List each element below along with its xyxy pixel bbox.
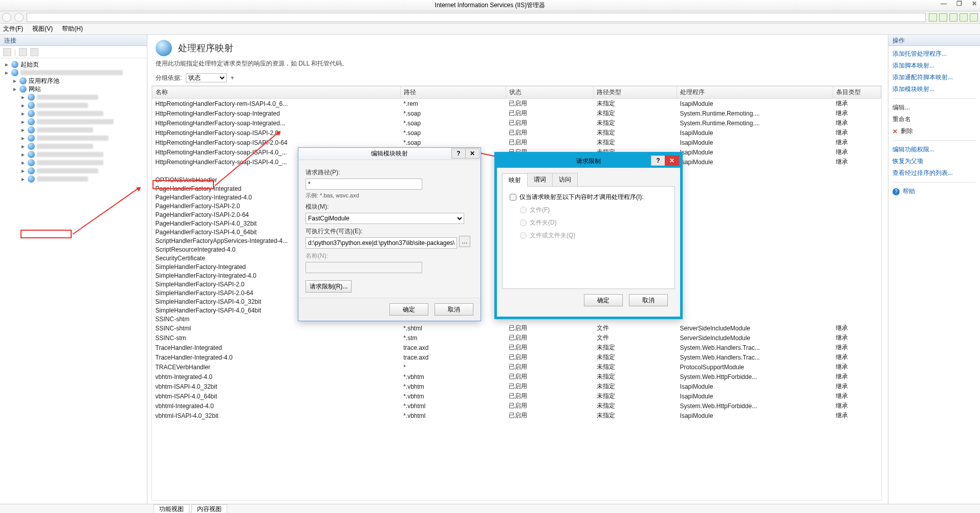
group-by-select[interactable]: 状态 — [186, 73, 227, 82]
dialog2-close-button[interactable]: ✕ — [665, 155, 679, 166]
menu-file[interactable]: 文件(F) — [3, 25, 23, 33]
action-revert[interactable]: 恢复为父项 — [892, 155, 976, 167]
window-minimize-button[interactable]: — — [939, 0, 948, 7]
dialog1-cancel-button[interactable]: 取消 — [434, 303, 473, 316]
addr-icon-1[interactable] — [929, 13, 937, 21]
restrictions-tabstrip: 映射 谓词 访问 — [502, 173, 675, 187]
grid-header[interactable]: 名称 — [153, 86, 401, 99]
table-row[interactable]: HttpRemotingHandlerFactory-soap-Integrat… — [153, 118, 881, 128]
tree-item[interactable]: ▸ — [2, 109, 145, 118]
request-path-label: 请求路径(P): — [306, 168, 473, 177]
action-link[interactable]: 添加脚本映射... — [892, 60, 976, 72]
grid-header[interactable]: 条目类型 — [833, 86, 881, 99]
tab-access[interactable]: 访问 — [552, 173, 578, 186]
addr-icon-2[interactable] — [939, 13, 947, 21]
tree-item[interactable]: ▸ — [2, 134, 145, 142]
table-row[interactable]: TRACEVerbHandler*已启用未指定ProtocolSupportMo… — [153, 362, 881, 372]
table-row[interactable]: TraceHandler-Integrated-4.0trace.axd已启用未… — [153, 352, 881, 362]
menu-help[interactable]: 帮助(H) — [62, 25, 83, 33]
refresh-icon[interactable] — [30, 48, 38, 56]
tree-item[interactable]: ▸ — [2, 150, 145, 159]
table-row[interactable]: HttpRemotingHandlerFactory-soap-ISAPI-2.… — [153, 128, 881, 138]
menu-view[interactable]: 视图(V) — [32, 25, 53, 33]
breadcrumb-input[interactable] — [27, 13, 926, 22]
executable-label: 可执行文件(可选)(E): — [306, 227, 473, 236]
action-view-ordered-list[interactable]: 查看经过排序的列表... — [892, 167, 976, 179]
group-by-label: 分组依据: — [156, 74, 182, 82]
radio-file-or-folder — [520, 232, 527, 239]
actions-body: 添加托管处理程序...添加脚本映射...添加通配符脚本映射...添加模块映射..… — [888, 46, 980, 199]
name-label: 名称(N): — [306, 252, 473, 260]
table-row[interactable]: vbhtm-Integrated-4.0*.vbhtm已启用未指定System.… — [153, 372, 881, 382]
grid-header[interactable]: 状态 — [506, 86, 594, 99]
tree-item[interactable]: ▸ — [2, 175, 145, 183]
dialog2-cancel-button[interactable]: 取消 — [629, 294, 668, 306]
action-link[interactable]: 添加托管处理程序... — [892, 48, 976, 60]
action-help[interactable]: ?帮助 — [892, 186, 976, 197]
tree-item[interactable]: ▸网站 — [2, 85, 145, 93]
tree-item[interactable]: ▸ — [2, 69, 145, 77]
radio-file — [520, 207, 527, 213]
action-link[interactable]: 添加通配符脚本映射... — [892, 72, 976, 83]
table-row[interactable]: SSINC-stm*.stm已启用文件ServerSideIncludeModu… — [153, 333, 881, 343]
request-path-input[interactable] — [306, 179, 422, 190]
request-restrictions-button[interactable]: 请求限制(R)... — [306, 280, 352, 293]
table-row[interactable]: SSINC-shtml*.shtml已启用文件ServerSideInclude… — [153, 323, 881, 333]
grid-header[interactable]: 路径 — [400, 86, 506, 99]
radio-folder — [520, 219, 527, 226]
tab-features-view[interactable]: 功能视图 — [154, 504, 189, 513]
window-close-button[interactable]: ✕ — [970, 0, 979, 7]
grid-header[interactable]: 路径类型 — [594, 86, 677, 99]
dialog2-title: 请求限制 — [576, 157, 601, 166]
action-rename[interactable]: 重命名 — [892, 114, 976, 125]
action-delete[interactable]: ✕ 删除 — [892, 125, 976, 137]
table-row[interactable]: vbhtml-ISAPI-4.0_32bit*.vbhtml已启用未指定Isap… — [153, 411, 881, 420]
table-row[interactable]: HttpRemotingHandlerFactory-rem-ISAPI-4.0… — [153, 99, 881, 109]
table-row[interactable]: TraceHandler-Integratedtrace.axd已启用未指定Sy… — [153, 343, 881, 352]
tree-item[interactable]: ▸ — [2, 159, 145, 167]
table-row[interactable]: vbhtml-Integrated-4.0*.vbhtml已启用未指定Syste… — [153, 401, 881, 411]
nav-forward-button[interactable] — [14, 13, 24, 22]
action-link[interactable]: 添加模块映射... — [892, 83, 976, 95]
tree-item[interactable]: ▸ — [2, 101, 145, 109]
tree-item[interactable]: ▸ — [2, 167, 145, 175]
tree-item[interactable]: ▸ — [2, 93, 145, 101]
table-row[interactable]: vbhtm-ISAPI-4.0_32bit*.vbhtm已启用未指定IsapiM… — [153, 382, 881, 391]
executable-input[interactable] — [306, 237, 457, 249]
table-row[interactable]: vbhtm-ISAPI-4.0_64bit*.vbhtm已启用未指定IsapiM… — [153, 391, 881, 401]
nav-back-button[interactable] — [2, 13, 11, 22]
grid-header[interactable]: 处理程序 — [677, 86, 833, 99]
table-row[interactable]: HttpRemotingHandlerFactory-soap-ISAPI-2.… — [153, 138, 881, 147]
invoke-only-when-mapped-checkbox[interactable] — [510, 194, 516, 200]
tree-item[interactable]: ▸应用程序池 — [2, 77, 145, 85]
tree-item[interactable]: ▸ — [2, 126, 145, 134]
action-edit-permissions[interactable]: 编辑功能权限... — [892, 144, 976, 155]
window-maximize-button[interactable]: ❐ — [954, 0, 964, 7]
address-bar — [0, 11, 980, 24]
module-label: 模块(M): — [306, 203, 473, 211]
edit-module-mapping-dialog: 编辑模块映射 ? ✕ 请求路径(P): 示例: *.bas, wsvc.axd … — [298, 147, 481, 321]
module-select[interactable]: FastCgiModule — [306, 213, 464, 224]
addr-help-icon[interactable] — [970, 13, 978, 21]
dialog2-help-button[interactable]: ? — [651, 155, 665, 166]
tree-item[interactable]: ▸ — [2, 142, 145, 150]
tab-content-view[interactable]: 内容视图 — [191, 504, 227, 513]
page-title: 处理程序映射 — [178, 42, 233, 54]
tree-item[interactable]: ▸起始页 — [2, 60, 145, 69]
table-row[interactable]: HttpRemotingHandlerFactory-soap-Integrat… — [153, 108, 881, 118]
dialog1-close-button[interactable]: ✕ — [465, 148, 480, 159]
executable-browse-button[interactable]: … — [459, 236, 470, 247]
tab-mapping[interactable]: 映射 — [502, 173, 528, 187]
dialog1-ok-button[interactable]: 确定 — [389, 303, 428, 316]
connections-tree[interactable]: ▸起始页▸▸应用程序池▸网站▸▸▸▸▸▸▸▸▸▸▸ — [0, 58, 147, 504]
connect-icon[interactable] — [3, 48, 11, 56]
action-edit[interactable]: 编辑... — [892, 102, 976, 114]
dialog1-help-button[interactable]: ? — [451, 148, 466, 159]
addr-icon-3[interactable] — [949, 13, 957, 21]
request-path-hint: 示例: *.bas, wsvc.axd — [306, 192, 473, 199]
tab-verbs[interactable]: 谓词 — [527, 173, 553, 186]
dialog2-ok-button[interactable]: 确定 — [584, 294, 623, 306]
save-icon[interactable] — [19, 48, 27, 56]
addr-icon-4[interactable] — [960, 13, 968, 21]
tree-item[interactable]: ▸ — [2, 118, 145, 126]
